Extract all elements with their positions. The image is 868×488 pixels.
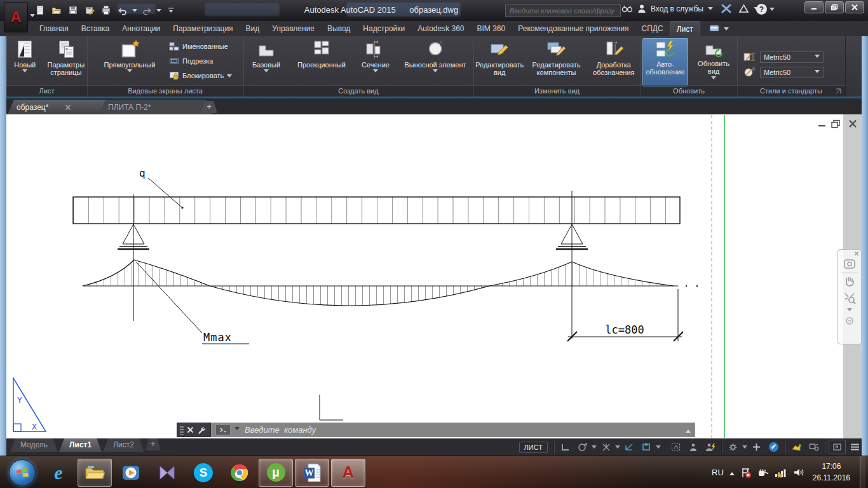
layout-tab-list2[interactable]: Лист2 bbox=[103, 438, 144, 452]
help-dropdown-icon[interactable] bbox=[770, 8, 775, 13]
ribbon-display-toggle[interactable] bbox=[709, 21, 729, 36]
exchange-apps-icon[interactable] bbox=[721, 4, 731, 13]
taskbar-autocad[interactable]: A bbox=[331, 459, 365, 487]
panel-expander-icon[interactable] bbox=[836, 88, 842, 94]
auto-update-button[interactable]: Авто-обновление bbox=[642, 38, 688, 86]
redo-dropdown-icon[interactable] bbox=[156, 9, 161, 15]
redo-icon[interactable] bbox=[140, 4, 154, 17]
tab-nadstroyki[interactable]: Надстройки bbox=[356, 21, 411, 36]
tab-annotacii[interactable]: Аннотации bbox=[116, 21, 166, 36]
dynamic-ucs-icon[interactable] bbox=[574, 440, 590, 454]
isodraft-dropdown-icon[interactable] bbox=[615, 445, 620, 451]
open-file-icon[interactable] bbox=[50, 4, 64, 17]
object-snap-icon[interactable] bbox=[639, 440, 654, 454]
named-viewports-button[interactable]: Именованные bbox=[167, 39, 234, 53]
command-customize-wrench-icon[interactable] bbox=[197, 426, 205, 434]
clock[interactable]: 17:06 26.11.2016 bbox=[813, 461, 850, 484]
command-input[interactable] bbox=[243, 424, 682, 435]
base-view-button[interactable]: Базовый bbox=[245, 38, 287, 76]
edit-view-button[interactable]: Редактировать вид bbox=[473, 38, 526, 78]
zoom-icon[interactable] bbox=[840, 290, 859, 306]
grid-corner-icon[interactable] bbox=[557, 440, 573, 454]
command-history-icon[interactable] bbox=[686, 427, 691, 433]
detail-view-button[interactable]: Выносной элемент bbox=[399, 38, 471, 76]
dynamic-ucs-dropdown-icon[interactable] bbox=[592, 445, 597, 451]
customization-menu-icon[interactable] bbox=[847, 440, 863, 454]
save-icon[interactable] bbox=[66, 4, 80, 17]
tab-autodesk360[interactable]: Autodesk 360 bbox=[411, 21, 470, 36]
save-as-icon[interactable] bbox=[83, 4, 97, 17]
workspace-gear-icon[interactable] bbox=[725, 440, 741, 454]
infocenter-search-input[interactable] bbox=[505, 4, 621, 17]
tab-recommended-apps[interactable]: Рекомендованные приложения bbox=[512, 21, 635, 36]
viewport-close-icon[interactable] bbox=[850, 121, 856, 128]
rectangular-viewport-button[interactable]: Прямоугольный bbox=[98, 38, 161, 76]
isolate-objects-icon[interactable] bbox=[789, 440, 804, 454]
tab-vstavka[interactable]: Вставка bbox=[75, 21, 116, 36]
plot-icon[interactable] bbox=[99, 4, 113, 17]
command-prompt-icon[interactable] bbox=[215, 424, 231, 435]
tab-parametrizaciya[interactable]: Параметризация bbox=[166, 21, 239, 36]
clip-viewport-button[interactable]: Подрезка bbox=[167, 54, 234, 68]
annotation-visibility-icon[interactable] bbox=[668, 440, 684, 454]
autocad-app-menu-button[interactable]: A bbox=[4, 2, 28, 32]
file-tab-obrazec[interactable]: образец* bbox=[8, 100, 114, 114]
action-center-flag-icon[interactable] bbox=[740, 467, 752, 478]
object-snap-dropdown-icon[interactable] bbox=[656, 445, 661, 451]
section-view-button[interactable]: Сечение bbox=[356, 38, 395, 76]
tab-glavnaya[interactable]: Главная bbox=[33, 21, 75, 36]
plus-icon[interactable] bbox=[749, 440, 764, 454]
communication-center-icon[interactable] bbox=[738, 4, 749, 13]
taskbar-utorrent[interactable]: µ bbox=[259, 459, 293, 487]
viewport-restore-icon[interactable] bbox=[832, 121, 839, 128]
language-indicator[interactable]: RU bbox=[712, 468, 724, 477]
restore-button[interactable] bbox=[825, 1, 844, 13]
clean-screen-icon[interactable] bbox=[806, 440, 822, 454]
annotation-scale-icon[interactable] bbox=[702, 440, 718, 454]
command-input-area[interactable] bbox=[211, 423, 695, 437]
update-view-button[interactable]: Обновить вид bbox=[692, 38, 735, 83]
sign-in-dropdown-icon[interactable] bbox=[708, 7, 713, 13]
navbar-close-icon[interactable] bbox=[854, 250, 861, 256]
taskbar-skype[interactable]: S bbox=[186, 459, 220, 487]
layout-tab-list1[interactable]: Лист1 bbox=[59, 438, 102, 452]
navbar-more-icon[interactable] bbox=[840, 306, 859, 315]
new-file-icon[interactable] bbox=[33, 4, 47, 17]
show-desktop-button[interactable] bbox=[860, 456, 865, 488]
command-line-grip[interactable] bbox=[177, 423, 211, 437]
tab-vyvod[interactable]: Вывод bbox=[321, 21, 356, 36]
annotation-autoscale-icon[interactable] bbox=[685, 440, 701, 454]
taskbar-word[interactable]: W bbox=[295, 459, 329, 487]
graphics-performance-icon[interactable] bbox=[766, 440, 782, 454]
command-dropdown-icon[interactable] bbox=[234, 427, 240, 433]
tab-upravlenie[interactable]: Управление bbox=[266, 21, 321, 36]
tab-list[interactable]: Лист bbox=[670, 21, 700, 36]
pan-hand-icon[interactable] bbox=[840, 273, 859, 290]
undo-icon[interactable] bbox=[116, 4, 130, 17]
file-tab-plita[interactable]: ПЛИТА П-2* bbox=[99, 100, 212, 114]
object-snap-tracking-icon[interactable] bbox=[621, 440, 637, 454]
workspace-dropdown-icon[interactable] bbox=[742, 445, 747, 451]
new-layout-button[interactable]: Новый bbox=[6, 38, 44, 76]
network-icon[interactable] bbox=[775, 467, 787, 478]
style-dropdown-2[interactable]: Metric50 bbox=[760, 67, 824, 78]
search-binoculars-icon[interactable] bbox=[621, 4, 633, 13]
drawing-canvas[interactable] bbox=[0, 114, 868, 438]
show-hidden-icons[interactable] bbox=[729, 470, 735, 475]
taskbar-media-player[interactable] bbox=[114, 459, 148, 487]
undo-dropdown-icon[interactable] bbox=[132, 9, 137, 15]
file-tab-close-icon[interactable] bbox=[65, 104, 71, 111]
tab-spds[interactable]: СПДС bbox=[635, 21, 670, 36]
page-setup-button[interactable]: Параметры страницы bbox=[45, 38, 87, 78]
sign-in-label[interactable]: Вход в службы bbox=[651, 4, 703, 13]
paper-space-button[interactable]: ЛИСТ bbox=[519, 442, 548, 453]
volume-icon[interactable] bbox=[793, 467, 804, 478]
layout-tab-model[interactable]: Модель bbox=[10, 438, 58, 452]
navbar-options-icon[interactable] bbox=[840, 315, 859, 327]
tab-bim360[interactable]: BIM 360 bbox=[471, 21, 512, 36]
lock-viewport-button[interactable]: Блокировать bbox=[167, 69, 234, 83]
taskbar-chrome[interactable] bbox=[222, 459, 257, 487]
taskbar-windows-explorer[interactable] bbox=[78, 459, 112, 487]
start-button[interactable] bbox=[5, 459, 39, 487]
tab-vid[interactable]: Вид bbox=[240, 21, 266, 36]
